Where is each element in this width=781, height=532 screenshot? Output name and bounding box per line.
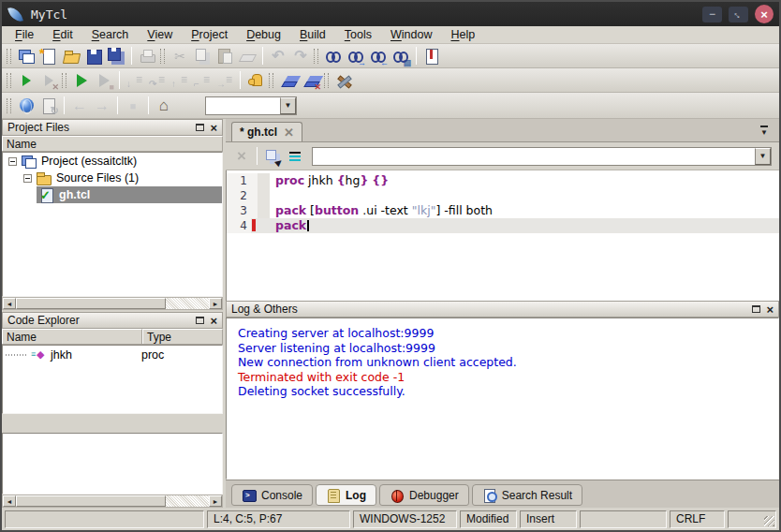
- breakpoints-icon[interactable]: [278, 70, 299, 91]
- maximize-button[interactable]: ↔: [729, 7, 748, 22]
- debugger-icon: [390, 489, 405, 502]
- toolbar-grip: [7, 73, 11, 88]
- menu-file[interactable]: File: [6, 27, 43, 42]
- text-caret: [307, 220, 309, 231]
- code-token: [: [306, 203, 315, 217]
- scroll-left-button[interactable]: ◄: [3, 298, 16, 309]
- menu-build[interactable]: Build: [290, 27, 335, 42]
- bookmark-icon[interactable]: [421, 46, 442, 66]
- code-token: pack: [275, 203, 306, 217]
- scroll-right-button[interactable]: ►: [209, 298, 222, 309]
- browser-icon[interactable]: [16, 96, 37, 116]
- tree-item-source[interactable]: Source Files (1): [3, 170, 222, 186]
- toolbar-separator: [257, 147, 258, 165]
- menu-search[interactable]: Search: [82, 27, 139, 42]
- find-previous-icon[interactable]: ←: [368, 46, 389, 66]
- pause-hand-icon[interactable]: [245, 70, 266, 91]
- goto-definition-icon[interactable]: [262, 146, 283, 167]
- log-panel: Log & Others × Creating server at localh…: [226, 301, 779, 480]
- toolbar-grip: [324, 73, 329, 88]
- find-icon[interactable]: [323, 46, 344, 66]
- cut-icon: [169, 46, 190, 66]
- tab-list-dropdown-button[interactable]: ▼: [755, 124, 774, 138]
- name-column-header[interactable]: Name: [2, 329, 142, 344]
- run-tool-icon[interactable]: [16, 70, 37, 91]
- bottom-tab-label: Console: [261, 489, 302, 502]
- new-file-icon[interactable]: [38, 46, 59, 66]
- menu-project[interactable]: Project: [182, 27, 237, 42]
- status-spare: [580, 510, 667, 528]
- menu-tools[interactable]: Tools: [335, 27, 381, 42]
- bottom-tab-label: Log: [346, 489, 366, 502]
- save-all-icon[interactable]: [106, 46, 126, 66]
- float-panel-icon[interactable]: [752, 305, 760, 313]
- menu-edit[interactable]: Edit: [43, 27, 82, 42]
- outline-list-icon[interactable]: [285, 146, 305, 167]
- address-dropdown-button[interactable]: ▼: [280, 97, 296, 114]
- menu-debug[interactable]: Debug: [237, 27, 290, 42]
- float-panel-icon[interactable]: [196, 124, 204, 131]
- line-number: 1: [227, 173, 251, 188]
- close-panel-icon[interactable]: ×: [766, 303, 774, 316]
- marker-margin: [251, 173, 258, 188]
- find-in-files-icon[interactable]: ▤: [390, 46, 411, 66]
- save-file-icon[interactable]: [83, 46, 104, 66]
- tab-debugger[interactable]: Debugger: [379, 484, 469, 506]
- tab-gh-tcl[interactable]: * gh.tcl ✕: [231, 122, 302, 141]
- menu-bar: FileEditSearchViewProjectDebugBuildTools…: [2, 26, 779, 44]
- tab-log[interactable]: Log: [316, 484, 376, 506]
- code-explorer-row[interactable]: jhkhproc: [3, 346, 222, 363]
- code-token: button: [315, 203, 359, 217]
- status-line-ending: CRLF: [670, 510, 725, 528]
- name-column-header[interactable]: Name: [2, 136, 223, 151]
- editor-line-1: 1proc jhkh {hg} {}: [227, 173, 779, 188]
- run-icon[interactable]: [71, 70, 92, 91]
- status-message: [5, 510, 204, 528]
- toolbar-grip: [314, 49, 318, 64]
- tree-item-gh.tcl[interactable]: gh.tcl: [3, 186, 222, 203]
- editor-tab-label: * gh.tcl: [240, 126, 277, 139]
- menu-view[interactable]: View: [138, 27, 182, 42]
- editor-combo-dropdown-button[interactable]: ▼: [755, 148, 771, 165]
- menu-help[interactable]: Help: [441, 27, 484, 42]
- collapse-toggle[interactable]: [8, 157, 17, 166]
- scroll-thumb[interactable]: [16, 298, 166, 309]
- code-token: {}: [372, 173, 389, 187]
- scroll-right-button[interactable]: ►: [209, 495, 222, 507]
- menu-window[interactable]: Window: [381, 27, 441, 42]
- code-text: pack: [270, 218, 779, 233]
- log-entry: Terminated with exit code -1: [238, 370, 778, 385]
- panel-splitter[interactable]: [2, 414, 223, 433]
- toolbar-separator: [64, 96, 65, 114]
- type-column-header[interactable]: Type: [142, 329, 223, 344]
- step-over-icon: ↷: [147, 70, 168, 91]
- collapse-toggle[interactable]: [23, 174, 32, 183]
- window-title: MyTcl: [31, 7, 67, 22]
- scroll-thumb[interactable]: [16, 495, 166, 507]
- scroll-left-button[interactable]: ◄: [3, 495, 16, 507]
- address-input[interactable]: [206, 97, 280, 114]
- tree-item-project[interactable]: Project (essaitcltk): [3, 153, 222, 170]
- tab-close-icon[interactable]: ✕: [284, 126, 294, 140]
- close-panel-icon[interactable]: ×: [210, 315, 217, 327]
- tab-console[interactable]: Console: [231, 484, 313, 506]
- status-insert-mode: Insert: [520, 510, 577, 528]
- open-file-icon[interactable]: [61, 46, 81, 66]
- clear-breakpoints-icon[interactable]: ✕: [301, 70, 321, 91]
- step-out-icon: ↑: [169, 70, 190, 91]
- tools-options-icon[interactable]: [333, 70, 354, 91]
- tree-item-label: gh.tcl: [59, 188, 90, 201]
- editor-combo-input[interactable]: [313, 148, 755, 165]
- toolbar-separator: [117, 96, 118, 114]
- home-icon[interactable]: [154, 96, 174, 116]
- refresh-page-icon: [38, 96, 59, 116]
- code-editor[interactable]: 1proc jhkh {hg} {}23pack [button .ui -te…: [226, 170, 779, 301]
- marker-margin: [251, 203, 258, 218]
- find-next-icon[interactable]: →: [346, 46, 366, 66]
- new-project-icon[interactable]: [16, 46, 37, 66]
- close-button[interactable]: ×: [755, 5, 774, 23]
- float-panel-icon[interactable]: [196, 317, 204, 324]
- minimize-button[interactable]: −: [702, 7, 722, 22]
- close-panel-icon[interactable]: ×: [210, 122, 217, 134]
- tab-search-result[interactable]: Search Result: [472, 484, 582, 506]
